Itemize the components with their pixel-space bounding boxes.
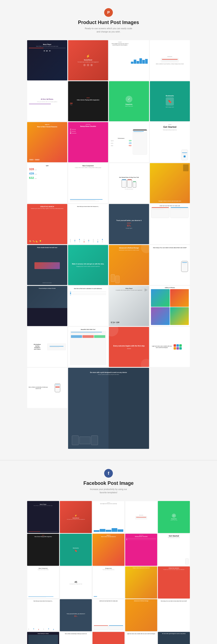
chart-bars (131, 57, 148, 64)
card-sensory[interactable]: Make it sensory rich and get on with the… (68, 245, 108, 285)
fb-card-visual[interactable]: Visual Identity for Adobe (27, 632, 59, 644)
next-icon: ⏭ (49, 50, 51, 52)
fb-card-creative-2[interactable]: CREATIVE BUNCH Transform your visions in… (158, 566, 190, 598)
card-music-player[interactable]: ♪ Music Player Music Player is one of th… (27, 40, 67, 80)
fb-card-teal[interactable]: Bookmarks 🔖 (60, 534, 92, 566)
card-get-started[interactable]: Startup Get Started Think about what you… (150, 122, 190, 162)
gd-sub: Find your perfect workflow by using the … (72, 374, 145, 375)
product-hunt-icon: P (104, 8, 113, 17)
fb-check-list: ✓ (126, 538, 156, 540)
fb-music-sub: Music Player is one of the newest music … (28, 505, 58, 506)
section-divider (0, 460, 217, 461)
bar-2 (134, 60, 136, 64)
card-trust[interactable]: Trust yourself better, you deserve it 57… (109, 204, 149, 244)
card-split-stats[interactable]: Split 328 users 439 active 632 sales (27, 163, 67, 203)
bar-1 (131, 62, 133, 64)
adv-desc: Sophisticated visual solutions for moder… (111, 250, 147, 250)
card-video-player[interactable]: Video Player Compatible with all major p… (109, 286, 149, 326)
card-teal[interactable]: Bookmarks 🔖 Built for App Lovers (150, 81, 190, 122)
card-creative-bunch[interactable]: CREATIVE BUNCH Transform your visions in… (27, 204, 67, 244)
lc-text: Light and clean code, installs with one … (151, 345, 173, 348)
fb-card-think2[interactable]: Here a think consistently of what you ne… (60, 632, 92, 644)
card-analytics[interactable]: Analytics Gain insights into how your st… (109, 40, 149, 80)
bookmark-bar-1 (162, 59, 178, 60)
fb-card-getstarted[interactable]: Get Started Think about what you need to… (158, 534, 190, 566)
lc-app-3 (179, 344, 182, 347)
video-tag: VIDEO (70, 97, 106, 98)
fb-analytics-label: Analytics (94, 502, 123, 503)
card-dots-map[interactable]: Now that you know where the treasure is.… (68, 204, 108, 244)
fb-card-pink[interactable]: WINDOWS Startup Dinner Checklist ✓ (125, 534, 157, 566)
card-social-boost[interactable]: ⚡ Social Boost The fastest way to double… (68, 40, 108, 80)
fb-orange-content: HOW TO How to Burn Social Seasons (92, 534, 125, 566)
fb-card-video[interactable]: VIDEO Video Stories Playing With Imagina… (27, 534, 59, 566)
split-val-3: 632 (29, 176, 34, 180)
card-purple-text[interactable]: At first, fall Rome. Grow your business … (27, 81, 67, 122)
card-bookmarks[interactable]: Bookmarks Build a collection of your fav… (150, 40, 190, 80)
base-desc: Create a Plan to Save a Billion, Ordinar… (70, 167, 106, 168)
card-advanced-design[interactable]: Advanced & Refined Design Sophisticated … (109, 245, 149, 285)
card-base-component[interactable]: Base Component Create a Plan to Save a B… (68, 163, 108, 203)
trial-desc: No credit card required (125, 189, 133, 190)
card-learn[interactable]: How many of us can claim to know about t… (150, 245, 190, 285)
fb-card-yellow[interactable]: Design is where science and art break ev… (125, 566, 157, 598)
onelist-items: ✓ (70, 291, 106, 295)
fb-card-grid[interactable]: Do more with a grid designed to work on … (158, 632, 190, 644)
fb-card-bookmarks[interactable]: Bookmarks (125, 501, 157, 533)
fb-dt-bar2 (94, 597, 96, 597)
card-birmingham[interactable]: BirminghamStartupDesignersand Coders (27, 327, 67, 367)
fb-card-learn[interactable]: How many of us can claim to know about t… (158, 599, 190, 631)
fb-step-content: STEP OUT ON THE PATH TO YOUR LIFE (92, 599, 125, 631)
fb-lc-content: Light and clean code, installs with one … (125, 632, 157, 644)
fb-card-firststep2[interactable]: Every outcome begins with the first step (92, 632, 125, 644)
lc-app-1 (174, 344, 176, 347)
card-gallery[interactable]: Gallery of Photos (150, 286, 190, 326)
fb-base-b1 (28, 596, 53, 597)
trust-title: Trust yourself better, you deserve it (116, 220, 142, 222)
fb-card-trust[interactable]: Trust yourself better, you deserve it 57… (60, 599, 92, 631)
vp-label-2: Users (116, 323, 119, 324)
card-grid-design[interactable]: Do more with a grid designed to work on … (68, 368, 149, 449)
fb-stats-num: 45 (74, 581, 77, 584)
card-light-clean[interactable]: Light and clean code, installs with one … (150, 327, 190, 367)
fb-chart (94, 528, 123, 532)
card-first-step[interactable]: Every outcome begins with the first step (109, 327, 149, 367)
card-performance[interactable]: Performance Speed 328 Users 439 Sales 63 (109, 122, 149, 162)
teal-icon: 🔖 (166, 97, 174, 106)
card-step-path[interactable]: STEP OUT ON THE PATH TO YOUR LIFE (150, 204, 190, 244)
fb-card-step[interactable]: STEP OUT ON THE PATH TO YOUR LIFE (92, 599, 125, 631)
card-video-stats[interactable]: VIDEO Video Stories Playing With Imagina… (68, 81, 108, 122)
gd-phone-1 (72, 436, 79, 445)
lc-visual (174, 344, 189, 350)
fb-card-base[interactable]: Base Component Create a Plan to Save a B… (27, 566, 59, 598)
fb-card-analytics[interactable]: Analytics Gain insights into how your st… (92, 501, 125, 533)
card-visual-identity[interactable]: Visual Identity for Adobe Firends (27, 286, 67, 326)
fb-card-stats[interactable]: 45 Get Started Now, 30 day Free Trial (60, 566, 92, 598)
split-num-3: 632 sales (29, 176, 65, 180)
fb-card-adv[interactable]: Advanced & Refined Design (125, 599, 157, 631)
fb-section-title: Facebook Post Image (3, 480, 214, 486)
fb-dt-title: Design tools (94, 568, 123, 569)
fb-card-snapshots[interactable]: ✓ Snapshots Grab for Any Level (158, 501, 190, 533)
card-green-app[interactable]: ✓ Snapshots Grab for Any Level (109, 81, 149, 122)
fb-card-lightclean[interactable]: Light and clean code, installs with one … (125, 632, 157, 644)
card-yellow-photo[interactable]: Design is where science and art break ev… (150, 163, 190, 203)
card-one-list[interactable]: One list to find one's salvation in such… (68, 286, 108, 326)
fb-card-dots[interactable]: Now that you know where the treasure is.… (27, 599, 59, 631)
card-pink-checklist[interactable]: WINDOWS Startup Dinner Checklist Item on… (68, 122, 108, 162)
fb-card-design-tools[interactable]: Design tools Think about what you need t… (92, 566, 125, 598)
fb-card-social[interactable]: ⚡ Social Boost The fastest way to double… (60, 501, 92, 533)
birm-text: BirminghamStartupDesignersand Coders (28, 344, 46, 350)
lc-app-6 (179, 347, 182, 350)
card-email-photo[interactable]: Photo Studio Emails Fed with Soul Beauti… (27, 245, 67, 285)
step-label: STEP OUT ON THE PATH TO YOUR LIFE (151, 205, 189, 206)
bookmarks-desc: Build a collection of your favorites, so… (156, 64, 184, 64)
fb-card-music[interactable]: ♪ Music Player Music Player is one of th… (27, 501, 59, 533)
card-orange-grad[interactable]: HOW TO How to Burn Social Seasons Design… (27, 122, 67, 162)
card-beautiful-tool[interactable]: Beautiful UI/UX Web Tool (68, 327, 108, 367)
card-free-trial[interactable]: Get Started Now, 30 day Free Trial No cr… (109, 163, 149, 203)
card-think[interactable]: Here a think consistently of what you ne… (27, 368, 67, 408)
fb-base-title: Base Component (28, 568, 58, 569)
vi-bg (27, 286, 67, 326)
fb-card-orange[interactable]: HOW TO How to Burn Social Seasons (92, 534, 125, 566)
